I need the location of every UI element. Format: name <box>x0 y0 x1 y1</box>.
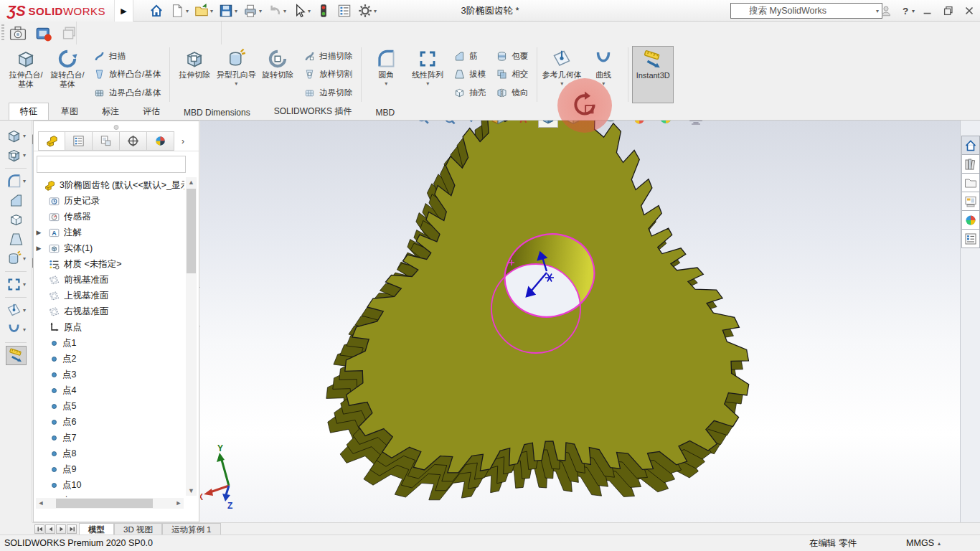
rib-button[interactable]: 筋 <box>450 49 489 64</box>
dropdown-arrow[interactable]: ▾ <box>210 8 213 14</box>
mirror-button[interactable]: 镜向 <box>492 85 532 100</box>
apply-scene-button[interactable] <box>656 121 676 128</box>
win-restore-button[interactable] <box>941 3 956 19</box>
tree-tab-part-yellow[interactable] <box>38 131 65 151</box>
search-input[interactable]: 搜索 MySolidWorks <box>749 5 858 17</box>
sweep-button[interactable]: 扫描 <box>90 49 164 64</box>
undo-button[interactable]: ▾ <box>266 2 287 19</box>
dropdown-arrow[interactable]: ▾ <box>23 281 26 288</box>
curves-button[interactable]: 曲线▾ <box>583 46 624 103</box>
tree-tab-options-list[interactable] <box>65 131 93 151</box>
toolbar-grip[interactable] <box>1 24 4 42</box>
dropdown-arrow[interactable]: ▾ <box>283 8 286 14</box>
vcr-first-button[interactable] <box>34 524 44 534</box>
tree-item[interactable]: 点2 <box>34 351 184 367</box>
vcr-prev-button[interactable] <box>45 524 55 534</box>
dropdown-arrow[interactable]: ▾ <box>259 8 262 14</box>
dropdown-arrow[interactable]: ▾ <box>235 8 237 14</box>
display-style-button[interactable] <box>563 121 583 128</box>
zoom-fit-button[interactable] <box>413 121 433 128</box>
tree-item[interactable]: 3阶椭圆齿轮 (默认<<默认>_显示 <box>34 177 184 193</box>
tree-item[interactable]: 点4 <box>34 382 184 398</box>
search-box[interactable]: 搜索 MySolidWorks ▾ <box>730 3 882 19</box>
tree-item[interactable]: 点9 <box>34 461 184 477</box>
doc-tab-运动算例-1[interactable]: 运动算例 1 <box>162 523 221 534</box>
scroll-right-arrow[interactable]: ► <box>174 498 184 509</box>
cursor-button[interactable]: ▾ <box>291 2 311 19</box>
loft-cut-button[interactable]: 放样切割 <box>300 67 356 82</box>
dropdown-arrow[interactable]: ▾ <box>426 80 429 87</box>
tree-horizontal-scrollbar[interactable]: ◄ ► <box>36 498 184 509</box>
folder-open-button[interactable]: ▾ <box>193 2 214 19</box>
tree-item[interactable]: 右视基准面 <box>34 303 184 319</box>
view-orientation-button[interactable] <box>538 121 558 128</box>
tree-item[interactable]: 点7 <box>34 430 184 446</box>
dropdown-arrow[interactable]: ▾ <box>385 80 387 87</box>
ref-geometry-button[interactable]: ▾ <box>6 301 26 320</box>
tree-item[interactable]: 点1 <box>34 335 184 351</box>
options-list-button[interactable] <box>336 2 353 19</box>
taskpane-custom-props-tab[interactable] <box>961 229 980 248</box>
extrude-cut-button[interactable]: ▾ <box>6 146 26 165</box>
panel-splitter-handle[interactable] <box>114 125 119 130</box>
taskpane-file-explorer-tab[interactable] <box>961 173 980 192</box>
view-settings-button[interactable] <box>686 121 706 128</box>
prev-view-button[interactable] <box>463 121 483 128</box>
tree-item[interactable]: 点11 <box>34 493 184 497</box>
vcr-last-button[interactable] <box>67 524 77 534</box>
hole-wizard-button[interactable]: ▾ <box>6 249 26 268</box>
tree-item[interactable]: 材质 <未指定> <box>34 256 184 272</box>
extrude-boss-button[interactable]: 拉伸凸台/基体 <box>5 46 47 103</box>
scroll-thumb[interactable] <box>187 189 196 273</box>
win-close-button[interactable] <box>961 3 977 19</box>
tree-tab-chevron-more[interactable]: › <box>174 131 192 151</box>
dropdown-arrow[interactable]: ▾ <box>560 80 563 87</box>
scroll-left-arrow[interactable]: ◄ <box>36 498 46 509</box>
pattern-button[interactable]: ▾ <box>6 275 26 294</box>
shell-button[interactable]: 抽壳 <box>450 85 489 100</box>
taskpane-appearances-tab[interactable] <box>961 210 980 230</box>
tree-item[interactable]: ▶A注解 <box>34 225 184 240</box>
scroll-down-arrow[interactable]: ▼ <box>186 486 197 496</box>
save-button[interactable]: ▾ <box>217 2 238 19</box>
taskpane-view-palette-tab[interactable] <box>961 192 980 211</box>
dropdown-arrow[interactable]: ▾ <box>235 80 237 87</box>
gear-settings-button[interactable]: ▾ <box>357 2 377 19</box>
dropdown-arrow[interactable]: ▾ <box>621 121 626 123</box>
instant3d-button[interactable] <box>6 346 27 365</box>
annotations-vis-button[interactable]: A <box>513 121 533 128</box>
camera-button[interactable] <box>9 24 27 42</box>
rib-button[interactable] <box>8 191 24 210</box>
loft-button[interactable]: 放样凸台/基体 <box>90 67 164 82</box>
dropdown-arrow[interactable]: ▾ <box>23 307 26 314</box>
win-min-button[interactable] <box>920 3 936 19</box>
boundary-cut-button[interactable]: 边界切除 <box>300 85 356 100</box>
expand-arrow[interactable]: ▶ <box>34 245 44 252</box>
intersect-button[interactable]: 相交 <box>492 67 532 82</box>
dropdown-arrow[interactable]: ▾ <box>23 326 26 333</box>
tree-filter-box[interactable] <box>37 156 186 173</box>
dropdown-arrow[interactable]: ▾ <box>677 121 681 123</box>
scroll-thumb[interactable] <box>56 499 153 508</box>
draft-button[interactable] <box>8 230 24 249</box>
home-button[interactable] <box>148 2 165 19</box>
dropdown-arrow[interactable]: ▾ <box>707 121 711 123</box>
instant3d-button[interactable]: Instant3D <box>632 46 674 103</box>
vcr-next-button[interactable] <box>56 524 66 534</box>
help-button[interactable]: ?▾ <box>899 3 915 19</box>
units-selector[interactable]: MMGS▴ <box>906 538 941 548</box>
tree-item[interactable]: 点5 <box>34 398 184 414</box>
dropdown-arrow[interactable]: ▾ <box>23 152 26 159</box>
taskpane-home-tab-tab[interactable] <box>961 136 980 155</box>
revolve-boss-button[interactable]: 旋转凸台/基体 <box>47 46 88 103</box>
dropdown-arrow[interactable]: ▾ <box>602 80 605 87</box>
fillet-button[interactable]: 圆角▾ <box>365 46 407 103</box>
expand-arrow[interactable]: ▶ <box>34 229 44 236</box>
tree-item[interactable]: ▶实体(1) <box>34 240 184 256</box>
extrude-boss-button[interactable]: ▾ <box>6 126 26 146</box>
dropdown-arrow[interactable]: ▾ <box>23 133 26 139</box>
pattern-button[interactable]: 线性阵列▾ <box>407 46 448 103</box>
zoom-area-button[interactable] <box>438 121 458 128</box>
dropdown-arrow[interactable]: ▾ <box>23 178 26 184</box>
tag-icon[interactable] <box>959 537 971 550</box>
